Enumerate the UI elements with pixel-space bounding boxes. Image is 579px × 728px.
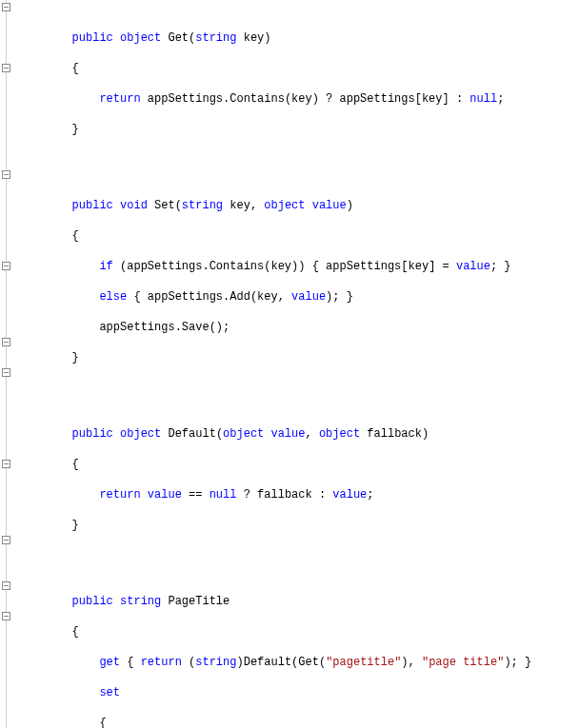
fold-marker[interactable] <box>2 368 10 377</box>
fold-marker[interactable] <box>2 338 10 346</box>
fold-marker[interactable] <box>2 612 10 620</box>
code-editor: public object Get(string key) { return a… <box>0 0 579 728</box>
fold-marker[interactable] <box>2 262 10 270</box>
fold-marker[interactable] <box>2 460 10 468</box>
fold-marker[interactable] <box>2 64 10 72</box>
fold-marker[interactable] <box>2 3 10 11</box>
fold-marker[interactable] <box>2 536 10 544</box>
code-area[interactable]: public object Get(string key) { return a… <box>13 0 579 728</box>
outline-gutter <box>0 0 13 728</box>
fold-marker[interactable] <box>2 581 10 590</box>
fold-marker[interactable] <box>2 170 10 179</box>
